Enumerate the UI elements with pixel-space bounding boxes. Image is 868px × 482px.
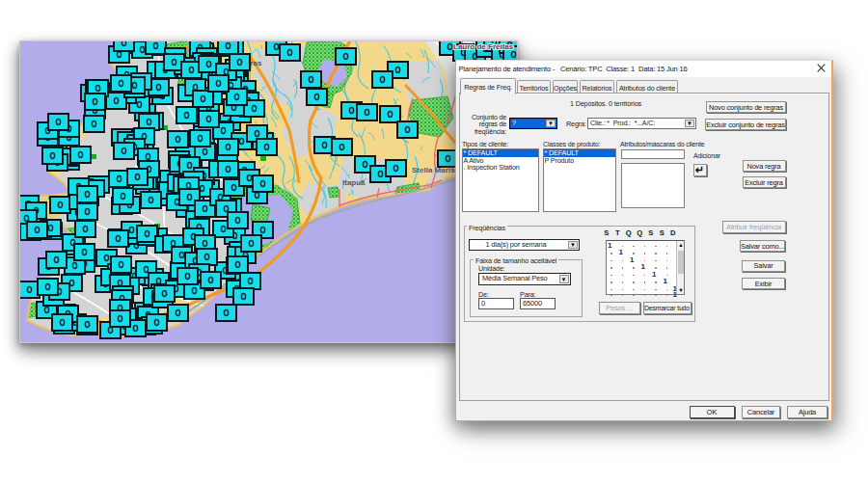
svg-text:Lauro de Freitas: Lauro de Freitas xyxy=(453,42,514,51)
svg-text:Itapuã: Itapuã xyxy=(342,178,366,187)
